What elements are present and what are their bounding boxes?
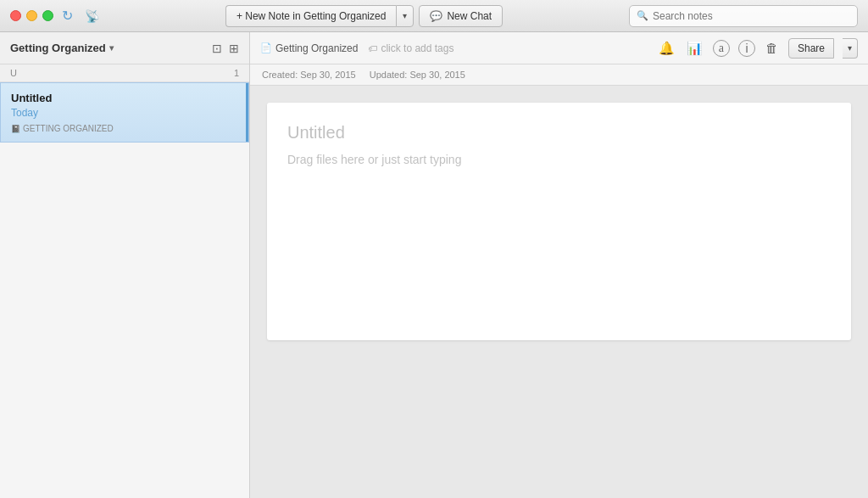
fullscreen-button[interactable] <box>42 10 53 21</box>
present-button[interactable]: 📊 <box>685 39 704 58</box>
antenna-icon[interactable]: 📡 <box>85 9 99 23</box>
note-notebook: 📓 GETTING ORGANIZED <box>11 124 238 133</box>
breadcrumb-label: Getting Organized <box>275 42 358 54</box>
note-list-item[interactable]: Untitled Today 📓 GETTING ORGANIZED <box>0 82 249 143</box>
minimize-button[interactable] <box>26 10 37 21</box>
sidebar-icons: ⊡ ⊞ <box>212 42 239 55</box>
content-toolbar: 📄 Getting Organized 🏷 click to add tags … <box>250 32 868 64</box>
tags-area[interactable]: 🏷 click to add tags <box>368 42 453 54</box>
trash-button[interactable]: 🗑 <box>764 39 780 57</box>
share-dropdown-button[interactable]: ▾ <box>843 38 858 59</box>
note-editor-area[interactable]: Untitled Drag files here or just start t… <box>250 86 868 498</box>
toolbar-actions: 🔔 📊 a i 🗑 Share ▾ <box>657 38 858 59</box>
info-button[interactable]: i <box>738 40 755 57</box>
created-label: Created: Sep 30, 2015 <box>262 70 356 80</box>
tag-icon: 🏷 <box>368 43 377 53</box>
search-input[interactable] <box>653 10 850 22</box>
share-chevron-icon: ▾ <box>848 43 852 53</box>
notebook-name-label: Getting Organized <box>10 42 106 54</box>
content-area: 📄 Getting Organized 🏷 click to add tags … <box>250 32 868 498</box>
chat-icon: 💬 <box>430 10 442 22</box>
tags-placeholder-label: click to add tags <box>381 42 453 54</box>
titlebar: ↻ 📡 + New Note in Getting Organized ▾ 💬 … <box>0 0 868 32</box>
new-note-dropdown-button[interactable]: ▾ <box>396 5 414 27</box>
columns-icon[interactable]: ⊞ <box>229 42 239 55</box>
share-label: Share <box>798 42 825 54</box>
notebook-chevron-icon: ▾ <box>109 43 114 53</box>
note-title: Untitled <box>11 92 238 104</box>
breadcrumb-icon: 📄 <box>260 42 272 53</box>
search-box[interactable]: 🔍 <box>629 5 858 27</box>
content-meta: Created: Sep 30, 2015 Updated: Sep 30, 2… <box>250 64 868 86</box>
share-button[interactable]: Share <box>788 38 834 59</box>
new-note-label: + New Note in Getting Organized <box>236 10 386 22</box>
close-button[interactable] <box>10 10 21 21</box>
list-header-letter: U <box>10 68 17 78</box>
notebook-title[interactable]: Getting Organized ▾ <box>10 42 114 54</box>
list-header: U 1 <box>0 64 249 82</box>
titlebar-center: + New Note in Getting Organized ▾ 💬 New … <box>225 5 503 27</box>
note-editor-card: Untitled Drag files here or just start t… <box>267 103 851 340</box>
note-notebook-name: GETTING ORGANIZED <box>23 124 114 133</box>
sync-icon[interactable]: ↻ <box>62 8 73 24</box>
breadcrumb[interactable]: 📄 Getting Organized <box>260 42 358 54</box>
new-chat-button[interactable]: 💬 New Chat <box>419 5 503 27</box>
chevron-down-icon: ▾ <box>403 11 407 20</box>
note-editor-placeholder[interactable]: Drag files here or just start typing <box>287 153 831 166</box>
new-note-button[interactable]: + New Note in Getting Organized <box>225 5 396 27</box>
note-editor-title[interactable]: Untitled <box>287 123 831 143</box>
sidebar-header: Getting Organized ▾ ⊡ ⊞ <box>0 32 249 64</box>
expand-icon[interactable]: ⊡ <box>212 42 222 55</box>
new-chat-label: New Chat <box>447 10 492 22</box>
note-date: Today <box>11 107 238 119</box>
list-header-count: 1 <box>234 68 239 78</box>
main-layout: Getting Organized ▾ ⊡ ⊞ U 1 Untitled Tod… <box>0 32 868 498</box>
notebook-icon: 📓 <box>11 125 20 133</box>
search-icon: 🔍 <box>637 10 648 21</box>
sidebar: Getting Organized ▾ ⊡ ⊞ U 1 Untitled Tod… <box>0 32 250 498</box>
traffic-lights <box>10 10 53 21</box>
alarm-button[interactable]: 🔔 <box>657 39 676 58</box>
updated-label: Updated: Sep 30, 2015 <box>370 70 465 80</box>
at-button[interactable]: a <box>713 40 730 57</box>
